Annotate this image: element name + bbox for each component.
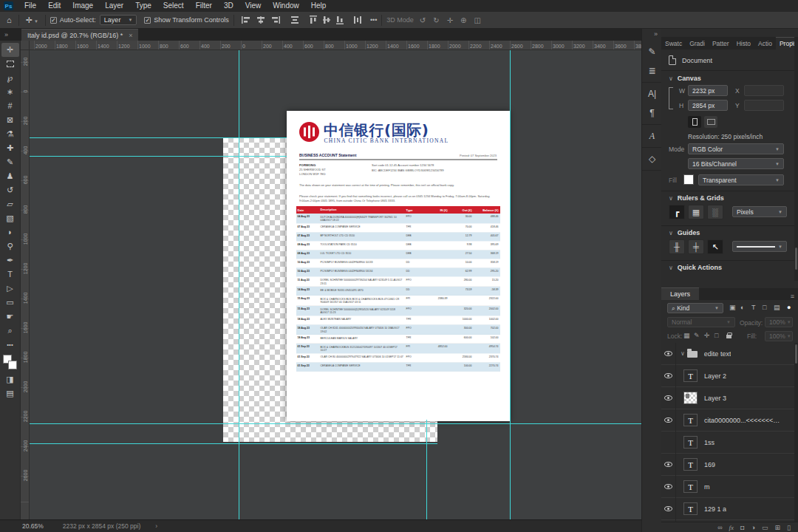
visibility-cell[interactable] <box>661 409 676 432</box>
align-middle-icon[interactable] <box>323 16 330 24</box>
tool-eraser-tool[interactable]: ▱ <box>1 197 19 211</box>
landscape-orientation-button[interactable] <box>704 116 717 128</box>
layer-name[interactable]: m <box>704 483 710 491</box>
chevron-down-icon[interactable]: ∨ <box>681 350 685 357</box>
layer-row[interactable]: Tcita0000000...<<<<<<<<<0 d <box>661 409 798 432</box>
pixel-grid-icon[interactable]: ░ <box>707 205 723 219</box>
tab-actio[interactable]: Actio <box>754 38 776 50</box>
menu-type[interactable]: Type <box>129 0 157 12</box>
show-transform-checkbox[interactable]: ✓ <box>144 17 151 24</box>
layer-group-icon[interactable]: ▭ <box>762 524 768 531</box>
tool-type-tool[interactable]: T <box>1 267 19 282</box>
3d-camera-icon[interactable]: ◫ <box>474 16 480 24</box>
eye-icon[interactable] <box>664 417 672 423</box>
layer-row[interactable]: Tm <box>661 476 798 498</box>
layer-row[interactable]: TLayer 2 <box>661 365 798 387</box>
menu-edit[interactable]: Edit <box>42 0 66 12</box>
filter-adjustment-icon[interactable]: ◐ <box>740 304 744 311</box>
visibility-cell[interactable] <box>661 454 676 476</box>
tool-quick-selection-tool[interactable]: ∗ <box>1 85 19 99</box>
tool-pen-tool[interactable]: ✒ <box>1 253 19 267</box>
layer-name[interactable]: Layer 3 <box>704 395 726 402</box>
home-icon[interactable]: ⌂ <box>4 16 14 24</box>
distribute-vertical-icon[interactable] <box>354 16 361 24</box>
align-center-horizontal-icon[interactable] <box>256 16 265 24</box>
visibility-cell[interactable] <box>661 387 676 409</box>
visibility-cell[interactable] <box>661 365 676 387</box>
color-swatches[interactable] <box>2 355 18 372</box>
tool-marquee-tool[interactable] <box>1 57 19 71</box>
tab-gradi[interactable]: Gradi <box>686 38 709 50</box>
layer-effects-icon[interactable]: fx <box>729 524 734 531</box>
layers-menu-icon[interactable]: ≡ <box>787 293 798 300</box>
menu-window[interactable]: Window <box>267 0 305 12</box>
tool-blur-tool[interactable]: ◗ <box>1 225 19 239</box>
visibility-cell[interactable] <box>661 476 676 498</box>
tool-healing-brush-tool[interactable]: ✚ <box>1 141 19 155</box>
guide-horizontal[interactable] <box>30 443 437 444</box>
menu-file[interactable]: File <box>18 0 42 12</box>
screen-mode-icon[interactable]: ▤ <box>1 386 19 400</box>
link-dimensions-icon[interactable] <box>669 87 673 109</box>
tool-dodge-tool[interactable]: ⚲ <box>1 239 19 253</box>
link-layers-icon[interactable]: ∞ <box>717 524 722 531</box>
guide-horizontal[interactable] <box>30 137 287 138</box>
tab-histo[interactable]: Histo <box>733 38 754 50</box>
guides-edit-icon[interactable]: ↖ <box>707 239 723 254</box>
color-mode-dropdown[interactable]: RGB Color▼ <box>688 143 784 154</box>
ruler-corner-icon[interactable]: ┏ <box>669 205 685 219</box>
tool-eyedropper-tool[interactable]: ⚗ <box>1 127 19 141</box>
align-left-icon[interactable] <box>242 16 250 24</box>
3d-orbit-icon[interactable]: ↺ <box>420 16 426 24</box>
visibility-cell[interactable] <box>661 432 676 454</box>
tool-history-brush-tool[interactable]: ↺ <box>1 183 19 197</box>
3d-panel-icon[interactable]: ◇ <box>642 149 662 168</box>
new-layer-icon[interactable]: ⊞ <box>775 524 781 531</box>
canvas-width-input[interactable]: 2232 px <box>688 85 728 96</box>
lock-move-icon[interactable]: ✛ <box>704 332 710 339</box>
tool-zoom-tool[interactable]: ⌕ <box>1 324 19 338</box>
align-bottom-icon[interactable] <box>336 16 344 24</box>
glyphs-panel-icon[interactable]: A <box>642 126 662 146</box>
close-icon[interactable]: × <box>129 32 132 39</box>
portrait-orientation-button[interactable] <box>688 116 701 128</box>
background-color-swatch[interactable] <box>8 361 17 369</box>
tool-hand-tool[interactable]: ☛ <box>1 310 19 324</box>
properties-scrollbar[interactable] <box>794 37 798 281</box>
lock-all-icon[interactable] <box>726 335 732 338</box>
layer-name[interactable]: 169 <box>704 461 715 468</box>
move-tool-options-icon[interactable]: ✛▼ <box>24 16 41 25</box>
menu-select[interactable]: Select <box>157 0 190 12</box>
auto-select-checkbox[interactable]: ✓ <box>50 17 57 24</box>
document-tab[interactable]: Italy id.psd @ 20.7% (RGB/16) * × <box>21 29 138 41</box>
text-layer-thumbnail[interactable]: T <box>683 458 698 471</box>
layers-scrollbar[interactable] <box>794 343 798 522</box>
filter-pixel-icon[interactable]: ▣ <box>729 304 736 311</box>
grid-icon[interactable]: ▦ <box>688 205 704 219</box>
text-layer-thumbnail[interactable]: T <box>683 502 698 515</box>
expand-panels-icon[interactable]: » <box>642 29 661 41</box>
text-layer-thumbnail[interactable]: T <box>683 436 698 449</box>
3d-roll-icon[interactable]: ↻ <box>433 16 439 24</box>
delete-layer-icon[interactable]: ▯ <box>787 524 791 531</box>
pixel-layer-thumbnail[interactable] <box>683 392 698 404</box>
menu-view[interactable]: View <box>239 0 267 12</box>
adjustment-layer-icon[interactable]: ◑ <box>751 524 755 531</box>
tool-move-tool[interactable]: ✛ <box>1 43 19 57</box>
lock-paint-icon[interactable]: ✎ <box>694 332 700 339</box>
eye-icon[interactable] <box>664 506 672 511</box>
layer-row[interactable]: T1ss <box>661 432 798 454</box>
distribute-horizontal-icon[interactable] <box>290 16 299 24</box>
text-layer-thumbnail[interactable]: T <box>683 369 698 382</box>
canvas-viewport[interactable]: 中信银行(国际) CHINA CITIC BANK INTERNATIONAL … <box>30 50 641 519</box>
collapse-panels-icon[interactable]: » <box>0 31 13 38</box>
layer-row[interactable]: Layer 3 <box>661 387 798 409</box>
layer-name[interactable]: edite text <box>704 350 732 358</box>
fill-dropdown[interactable]: Transparent▼ <box>698 174 784 185</box>
filter-smart-object-icon[interactable]: ▤ <box>774 304 780 311</box>
layer-row[interactable]: ∨edite text <box>661 343 798 365</box>
guide-horizontal[interactable] <box>30 156 287 157</box>
tool-clone-stamp-tool[interactable]: ♟ <box>1 169 19 183</box>
top-ruler[interactable]: 2000180016001400120010008006004002000200… <box>30 41 641 50</box>
quick-actions-section-header[interactable]: ∨Quick Actions <box>669 264 722 271</box>
